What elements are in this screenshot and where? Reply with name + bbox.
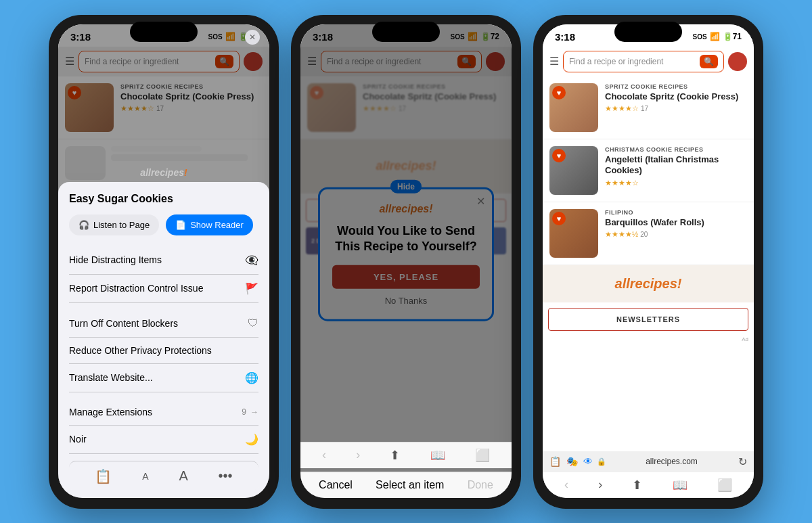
close-button-1[interactable]: ✕ — [245, 30, 260, 45]
dynamic-island-3 — [614, 22, 682, 42]
content-blocker-icon[interactable]: 🎭 — [566, 456, 578, 467]
forward-icon-3[interactable]: › — [598, 478, 602, 492]
allrecipes-logo-3: allrecipes! — [554, 276, 743, 292]
extensions-badge: 9 — [242, 407, 246, 417]
back-icon-2[interactable]: ‹ — [322, 448, 326, 462]
url-text[interactable]: allrecipes.com — [609, 457, 734, 466]
shield-slash-icon: 🛡 — [248, 317, 258, 329]
dialog-overlay — [300, 24, 512, 498]
menu-item-noir[interactable]: Noir 🌙 — [69, 426, 258, 454]
menu-item-content-blockers[interactable]: Turn Off Content Blockers 🛡 — [69, 310, 258, 338]
url-center: 🔒 allrecipes.com — [597, 457, 734, 466]
extensions-arrow-icon: → — [250, 407, 258, 417]
share-sheet-overlay: allrecipes! ✕ Easy Sugar Cookies 🎧 Liste… — [58, 24, 269, 498]
recipe-cat-3-1: SPRITZ COOKIE RECIPES — [605, 83, 747, 90]
reader-icon: 📄 — [175, 220, 186, 230]
select-item-text: Select an item — [376, 479, 444, 491]
select-bar: Cancel Select an item Done — [300, 472, 512, 498]
dynamic-island-1 — [130, 22, 198, 42]
search-button-3[interactable]: 🔍 — [700, 55, 718, 68]
recipe-card-3-2[interactable]: ♥ CHRISTMAS COOKIE RECIPES Angeletti (It… — [543, 139, 754, 202]
forward-icon-2[interactable]: › — [356, 448, 360, 462]
phone-3: 3:18 SOS 📶 🔋71 ☰ Find a recipe or ingred… — [533, 15, 763, 509]
search-bar-3: ☰ Find a recipe or ingredient 🔍 — [543, 47, 754, 76]
status-icons-3: SOS 📶 🔋71 — [693, 32, 742, 41]
search-input-wrap-3[interactable]: Find a recipe or ingredient 🔍 — [563, 51, 724, 72]
back-icon-3[interactable]: ‹ — [564, 478, 568, 492]
hamburger-icon-3[interactable]: ☰ — [549, 55, 559, 68]
url-left-icons: 📋 🎭 👁 — [549, 456, 593, 467]
recipe-cat-3-3: FILIPINO — [605, 209, 747, 216]
tabs-icon-2[interactable]: ⬜ — [475, 448, 490, 463]
show-reader-label: Show Reader — [190, 220, 244, 230]
reader-mode-icon[interactable]: 📋 — [549, 456, 561, 467]
nav-bar-3: ‹ › ⬆ 📖 ⬜ — [543, 472, 754, 498]
recipe-info-3-1: SPRITZ COOKIE RECIPES Chocolate Spritz (… — [605, 83, 747, 132]
hide-distracting-label: Hide Distracting Items — [69, 254, 162, 265]
tabs-icon-3[interactable]: ⬜ — [717, 478, 732, 493]
text-small-button[interactable]: A — [142, 471, 148, 482]
battery-icon-3: 🔋71 — [723, 32, 742, 41]
recipe-image-3-3: ♥ — [549, 209, 598, 258]
done-button[interactable]: Done — [468, 479, 493, 491]
recipe-title-3-1: Chocolate Spritz (Cookie Press) — [605, 91, 747, 103]
report-distraction-label: Report Distraction Control Issue — [69, 283, 203, 294]
heart-button-3-2[interactable]: ♥ — [552, 149, 566, 162]
search-placeholder-3: Find a recipe or ingredient — [569, 57, 697, 66]
recipe-info-3-3: FILIPINO Barquillos (Wafer Rolls) ★★★★½ … — [605, 209, 747, 258]
text-large-button[interactable]: A — [179, 468, 187, 484]
bookmarks-icon-2[interactable]: 📖 — [430, 448, 445, 463]
cancel-button[interactable]: Cancel — [319, 479, 353, 491]
recipe-title-3-3: Barquillos (Wafer Rolls) — [605, 217, 747, 229]
avatar-3[interactable] — [728, 52, 747, 71]
phone-2: 3:18 SOS 📶 🔋72 ☰ Find a recipe or ingred… — [291, 15, 521, 509]
url-bar: 📋 🎭 👁 🔒 allrecipes.com ↻ — [543, 451, 754, 472]
lock-icon: 🔒 — [597, 457, 606, 466]
heart-button-3-1[interactable]: ♥ — [552, 86, 566, 99]
recipe-card-3-3[interactable]: ♥ FILIPINO Barquillos (Wafer Rolls) ★★★★… — [543, 202, 754, 265]
recipe-title-3-2: Angeletti (Italian Christmas Cookies) — [605, 154, 747, 177]
recipe-card-3-1[interactable]: ♥ SPRITZ COOKIE RECIPES Chocolate Spritz… — [543, 76, 754, 139]
bottom-toolbar: 📋 A A ••• — [69, 461, 258, 491]
noir-label: Noir — [69, 434, 87, 445]
share-icon-2[interactable]: ⬆ — [390, 448, 400, 463]
wifi-icon-3: 📶 — [710, 32, 720, 41]
more-options-button[interactable]: ••• — [219, 468, 233, 484]
content-blockers-label: Turn Off Content Blockers — [69, 318, 178, 329]
bookmarks-icon-3[interactable]: 📖 — [673, 478, 687, 493]
menu-item-extensions[interactable]: Manage Extensions 9 → — [69, 399, 258, 426]
listen-to-page-button[interactable]: 🎧 Listen to Page — [69, 214, 159, 235]
ad-label-3: Ad — [543, 336, 754, 342]
listen-label: Listen to Page — [93, 220, 150, 230]
show-reader-button[interactable]: 📄 Show Reader — [166, 214, 253, 235]
time-3: 3:18 — [555, 31, 575, 43]
stars-3-2: ★★★★☆ — [605, 179, 747, 187]
headphones-icon: 🎧 — [78, 220, 89, 230]
recipe-cat-3-2: CHRISTMAS COOKIE RECIPES — [605, 146, 747, 153]
refresh-icon[interactable]: ↻ — [738, 455, 747, 468]
menu-item-report-distraction[interactable]: Report Distraction Control Issue 🚩 — [69, 275, 258, 303]
stars-3-1: ★★★★☆ 17 — [605, 104, 747, 113]
translate-label: Translate Website... — [69, 372, 153, 383]
sos-3: SOS — [693, 33, 707, 41]
recipe-info-3-2: CHRISTMAS COOKIE RECIPES Angeletti (Ital… — [605, 146, 747, 195]
sheet-title: Easy Sugar Cookies — [69, 193, 258, 205]
share-sheet: ✕ Easy Sugar Cookies 🎧 Listen to Page 📄 … — [58, 182, 269, 498]
eye-icon[interactable]: 👁 — [583, 456, 593, 467]
nav-bar-2: ‹ › ⬆ 📖 ⬜ — [300, 442, 512, 468]
bookmark-icon[interactable]: 📋 — [95, 468, 112, 484]
menu-item-hide-distracting[interactable]: Hide Distracting Items 👁‍🗨 — [69, 246, 258, 275]
share-icon-3[interactable]: ⬆ — [632, 478, 642, 493]
translate-icon: 🌐 — [245, 371, 258, 384]
recipe-image-3-1: ♥ — [549, 83, 598, 132]
privacy-label: Reduce Other Privacy Protections — [69, 345, 212, 356]
menu-item-privacy[interactable]: Reduce Other Privacy Protections — [69, 338, 258, 364]
newsletter-button-3[interactable]: NEWSLETTERS — [548, 308, 748, 331]
eye-slash-icon: 👁‍🗨 — [245, 254, 258, 267]
extensions-label: Manage Extensions — [69, 407, 152, 417]
stars-3-3: ★★★★½ 20 — [605, 230, 747, 239]
heart-button-3-3[interactable]: ♥ — [552, 212, 566, 225]
phone-1: 3:18 SOS 📶 🔋72 ☰ Find a recipe or ingred… — [49, 15, 279, 509]
flag-icon: 🚩 — [245, 282, 258, 295]
menu-item-translate[interactable]: Translate Website... 🌐 — [69, 364, 258, 392]
